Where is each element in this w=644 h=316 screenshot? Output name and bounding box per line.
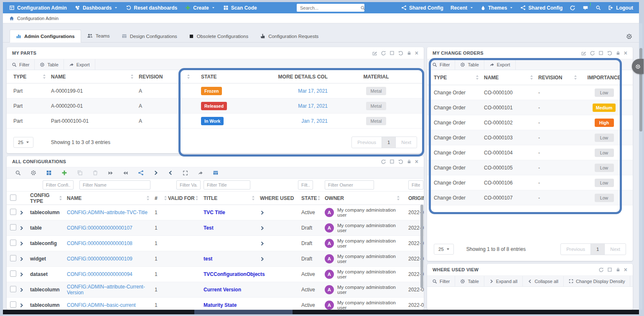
expand-all-button[interactable]: Expand all: [484, 276, 523, 286]
edit-icon[interactable]: [581, 51, 586, 56]
table-row[interactable]: Part Part-0000100-01 A In Work Jan 7, 20…: [7, 114, 424, 129]
nav-themes[interactable]: Themes: [481, 5, 513, 11]
undo-icon[interactable]: [607, 51, 612, 56]
tab-configuration-requests[interactable]: Configuration Requests: [254, 30, 324, 42]
expand-row-icon[interactable]: [19, 303, 24, 308]
col-name[interactable]: NAME: [67, 195, 81, 201]
export-icon[interactable]: [198, 170, 203, 176]
table-row[interactable]: Change Order CO-0000100 - Low: [427, 85, 633, 100]
expand-row-icon[interactable]: [19, 257, 24, 261]
refresh-icon[interactable]: [598, 267, 604, 273]
table-row[interactable]: Change Order CO-0000104 - Low: [427, 145, 633, 160]
where-used-chevron-icon[interactable]: [260, 241, 265, 246]
row-checkbox[interactable]: [10, 209, 16, 215]
next-page-button[interactable]: Next: [396, 137, 417, 148]
edit-icon[interactable]: [372, 51, 377, 56]
col-originated[interactable]: ORIGINAT: [405, 195, 424, 201]
tab-design-configurations[interactable]: Design Configurations: [116, 30, 183, 42]
sort-icon[interactable]: [43, 74, 46, 79]
col-config-type[interactable]: CONFIG TYPE: [30, 192, 59, 204]
sort-icon[interactable]: [164, 196, 167, 200]
next-page-button[interactable]: Next: [605, 244, 626, 255]
filter-name-input[interactable]: [79, 180, 150, 190]
nav-scan-code[interactable]: Scan Code: [223, 5, 257, 11]
previous-page-button[interactable]: Previous: [561, 244, 591, 255]
material-button[interactable]: Metal: [366, 102, 387, 110]
breadcrumb-current[interactable]: Configuration Admin: [17, 16, 59, 21]
settings-flyout-tab[interactable]: [632, 59, 644, 74]
title-link[interactable]: test: [204, 256, 212, 262]
table-settings-button[interactable]: Table: [455, 276, 484, 286]
table-row[interactable]: Change Order CO-0000106 - Low: [427, 175, 633, 190]
tab-teams[interactable]: Teams: [81, 30, 116, 42]
expand-row-icon[interactable]: [19, 272, 24, 277]
collapse-all-button[interactable]: Collapse all: [523, 276, 564, 286]
table-row[interactable]: Change Order CO-0000102 - High: [427, 115, 633, 130]
sort-icon[interactable]: [397, 196, 400, 200]
maximize-icon[interactable]: [389, 159, 395, 164]
nav-logout[interactable]: Logout: [608, 5, 633, 11]
row-checkbox[interactable]: [10, 224, 16, 230]
export-button[interactable]: Export: [64, 59, 95, 70]
table-row[interactable]: Change Order CO-0000107 - Low: [427, 190, 633, 205]
table-icon[interactable]: [213, 170, 219, 176]
search-icon[interactable]: [596, 5, 601, 10]
nav-notifications[interactable]: !: [583, 5, 588, 11]
table-row[interactable]: Change Order CO-0000105 - Low: [427, 160, 633, 175]
tab-obsolete-configurations[interactable]: Obsolete Configurations: [183, 30, 254, 42]
title-link[interactable]: Current Version: [204, 287, 241, 293]
lock-icon[interactable]: [407, 159, 412, 164]
table-vertical-scrollbar-thumb[interactable]: [420, 205, 423, 288]
change-display-density-button[interactable]: Change Display Density: [564, 276, 630, 286]
dashboard-settings-gear-icon[interactable]: [626, 33, 632, 40]
table-settings-button[interactable]: Table: [455, 59, 484, 70]
maximize-icon[interactable]: [598, 51, 603, 56]
config-name-link[interactable]: CONFIG:ADMIN–attribute-Current-Version: [67, 284, 145, 296]
maximize-icon[interactable]: [389, 51, 395, 56]
page-number-button[interactable]: 1: [382, 137, 396, 148]
refresh-icon[interactable]: [590, 51, 595, 56]
nav-shared-config-1[interactable]: Shared Config: [401, 5, 443, 11]
title-link[interactable]: TVCConfigurationObjects: [204, 271, 265, 277]
undo-icon[interactable]: [398, 51, 403, 56]
title-link[interactable]: TVC Title: [204, 210, 225, 215]
sort-icon[interactable]: [195, 196, 199, 200]
fast-forward-icon[interactable]: [108, 170, 113, 176]
where-used-chevron-icon[interactable]: [260, 226, 265, 230]
title-link[interactable]: Test: [204, 225, 214, 231]
previous-page-button[interactable]: Previous: [352, 137, 382, 148]
more-details-link[interactable]: Jan 7, 2021: [301, 118, 328, 124]
table-row[interactable]: widget CONFIG:0000000000000109 1 test Dr…: [7, 251, 424, 267]
expand-row-icon[interactable]: [19, 288, 24, 292]
material-button[interactable]: Metal: [366, 87, 387, 95]
sort-icon[interactable]: [187, 74, 190, 79]
table-row[interactable]: tableconfig CONFIG:0000000000000108 1 Dr…: [7, 236, 424, 251]
expand-row-icon[interactable]: [19, 241, 24, 246]
grid-view-icon[interactable]: [46, 170, 52, 176]
col-type[interactable]: TYPE: [13, 74, 26, 80]
select-all-checkbox[interactable]: [10, 195, 16, 201]
col-name[interactable]: NAME: [484, 75, 499, 81]
col-state[interactable]: STATE: [301, 195, 317, 201]
search-input[interactable]: [299, 5, 360, 11]
nav-reset-dashboards[interactable]: Reset dashboards: [126, 5, 177, 11]
col-number[interactable]: #: [155, 195, 158, 201]
share-icon[interactable]: [138, 170, 144, 176]
title-link[interactable]: Maturity State: [204, 302, 237, 308]
chevron-right-icon[interactable]: [153, 170, 158, 175]
sort-icon[interactable]: [574, 75, 577, 80]
expand-icon[interactable]: [183, 170, 188, 176]
page-number-button[interactable]: 1: [591, 244, 605, 255]
page-size-select[interactable]: 25: [13, 137, 33, 148]
sort-icon[interactable]: [252, 196, 255, 200]
nav-shared-config-2[interactable]: Shared Config: [520, 5, 563, 11]
page-size-select[interactable]: 25: [434, 244, 454, 255]
col-revision[interactable]: REVISION: [139, 74, 163, 80]
maximize-icon[interactable]: [607, 267, 612, 272]
chevron-left-icon[interactable]: [168, 170, 173, 175]
sort-icon[interactable]: [146, 196, 150, 200]
config-name-link[interactable]: CONFIG:0000000000000107: [67, 225, 132, 231]
material-button[interactable]: Metal: [366, 117, 387, 125]
config-name-link[interactable]: CONFIG:ADMIN–basic-current: [67, 302, 136, 308]
filter-button[interactable]: Filter: [7, 59, 35, 70]
